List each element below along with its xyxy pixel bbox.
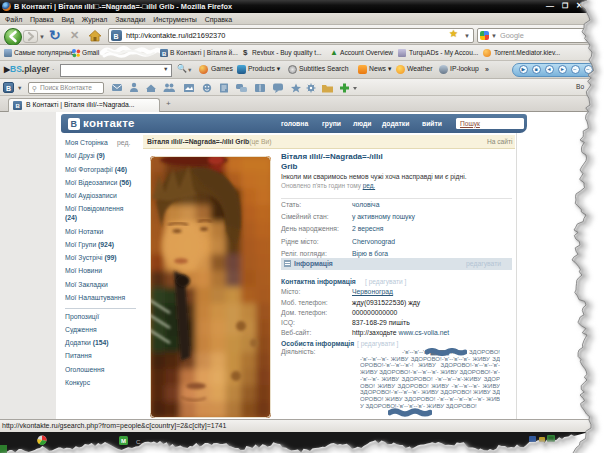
svg-text:C...: C... [136, 439, 146, 445]
svg-text:M: M [121, 438, 126, 444]
